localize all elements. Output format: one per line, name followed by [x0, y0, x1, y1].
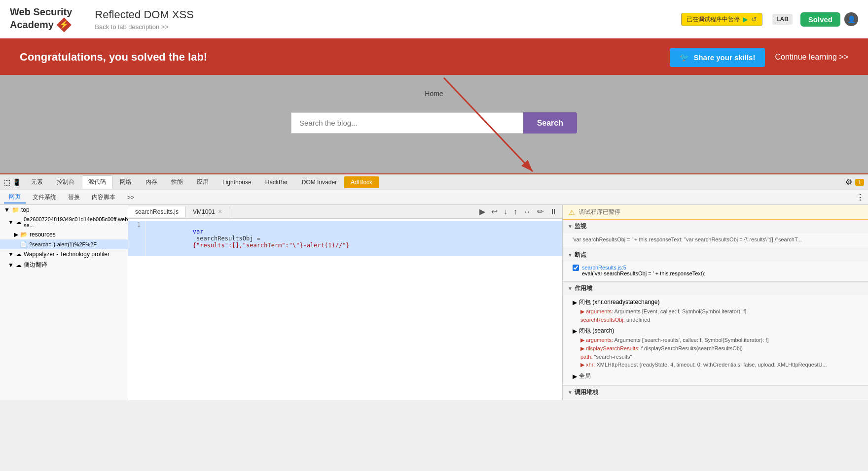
tab-performance[interactable]: 性能	[165, 175, 189, 189]
watch-title: 监视	[575, 222, 586, 231]
folder-icon-2: 📂	[20, 231, 28, 238]
step-over-btn[interactable]: ↩	[490, 206, 499, 217]
resume-btn[interactable]: ▶	[478, 206, 486, 217]
call-stack-expand-icon: ▼	[568, 390, 573, 395]
tree-item-wappalyzer[interactable]: ▼ ☁ Wappalyzer - Technology profiler	[0, 249, 128, 259]
subtab-more[interactable]: >>	[122, 193, 139, 202]
tree-item-resources[interactable]: ▶ 📂 resources	[0, 230, 128, 239]
path-line: path: "search-results"	[580, 353, 862, 361]
call-stack-title: 调用堆栈	[575, 388, 598, 397]
notification-badge: 1	[855, 179, 864, 186]
more-options-icon[interactable]: ⋮	[856, 193, 864, 202]
step-btn[interactable]: ↔	[522, 206, 532, 217]
breakpoint-checkbox[interactable]	[573, 265, 579, 271]
search-args-line: ▶ arguments: Arguments ['search-results'…	[580, 336, 862, 344]
lab-title: Reflected DOM XSS	[95, 8, 681, 21]
tab-dominvader[interactable]: DOM Invader	[295, 176, 343, 188]
tab-hackbar[interactable]: HackBar	[259, 176, 294, 188]
scope-title: 作用域	[575, 284, 592, 293]
closure-onready-header[interactable]: ▶ 闭包 (xhr.onreadystatechange)	[573, 297, 862, 307]
close-tab-icon[interactable]: ✕	[218, 209, 222, 214]
breakpoint-location: searchResults.js:5	[582, 265, 706, 270]
devtools-subtabbar: 网页 文件系统 替换 内容脚本 >> ⋮	[0, 190, 868, 205]
scope-body: ▶ 闭包 (xhr.onreadystatechange) ▶ argument…	[563, 295, 868, 385]
pause-on-exceptions-btn[interactable]: ⏸	[548, 206, 558, 217]
call-stack-section: ▼ 调用堆栈 ● (匿名) VM1 xhr.onreadystatechange…	[563, 386, 868, 400]
breakpoints-expand-icon: ▼	[568, 252, 573, 258]
search-button[interactable]: Search	[523, 112, 577, 134]
global-expand-icon: ▶	[573, 373, 577, 380]
expand-icon: ▶	[14, 231, 18, 238]
logo-line1: Web Security	[10, 6, 72, 18]
closure-search-body: ▶ arguments: Arguments ['search-results'…	[573, 336, 862, 369]
solved-badge: Solved	[800, 12, 840, 27]
deactivate-breakpoints-btn[interactable]: ✏	[536, 206, 544, 217]
source-toolbar: ▶ ↩ ↓ ↑ ↔ ✏ ⏸	[474, 205, 562, 218]
settings-icon[interactable]: ⚙	[845, 177, 852, 187]
step-out-btn[interactable]: ↑	[512, 206, 518, 217]
watch-header[interactable]: ▼ 监视	[563, 220, 868, 233]
back-to-description-link[interactable]: Back to lab description >>	[95, 23, 169, 31]
share-skills-button[interactable]: 🐦 Share your skills!	[670, 48, 765, 67]
tab-sources[interactable]: 源代码	[82, 175, 112, 189]
tab-elements[interactable]: 元素	[25, 175, 49, 189]
cloud-icon-3: ☁	[16, 262, 22, 269]
refresh-icon[interactable]: ↺	[751, 15, 757, 23]
step-into-btn[interactable]: ↓	[503, 206, 508, 217]
source-panel: searchResults.js VM1001 ✕ ▶ ↩ ↓ ↑ ↔ ✏ ⏸	[128, 205, 562, 400]
tab-lighthouse[interactable]: Lighthouse	[216, 176, 258, 188]
watch-value: 'var searchResultsObj = ' + this.respons…	[573, 236, 802, 242]
play-icon[interactable]: ▶	[743, 15, 748, 23]
tree-item-domain[interactable]: ▼ ☁ 0a26007204819349c01d14eb005c00ff.web…	[0, 215, 128, 230]
breakpoints-title: 断点	[575, 251, 586, 259]
watch-expand-icon: ▼	[568, 224, 573, 229]
scope-expand-icon: ▼	[568, 286, 573, 291]
call-stack-header[interactable]: ▼ 调用堆栈	[563, 386, 868, 399]
display-search-line: ▶ displaySearchResults: f displaySearchR…	[580, 344, 862, 353]
continue-learning-link[interactable]: Continue learning >>	[775, 53, 848, 62]
subtab-replace[interactable]: 替换	[63, 192, 85, 203]
file-tree-panel: ▼ 📁 top ▼ ☁ 0a26007204819349c01d14eb005c…	[0, 205, 128, 400]
watch-item: 'var searchResultsObj = ' + this.respons…	[573, 235, 862, 244]
subtab-filesystem[interactable]: 文件系统	[28, 192, 61, 203]
banner-actions: 🐦 Share your skills! Continue learning >…	[670, 48, 848, 67]
logo: Web Security Academy ⚡	[10, 6, 72, 33]
tab-console[interactable]: 控制台	[50, 175, 81, 189]
code-line-1: 1 var searchResultsObj = {"results":[],"…	[128, 221, 562, 256]
tree-item-top[interactable]: ▼ 📁 top	[0, 205, 128, 215]
devtools-panel: ⬚ 📱 元素 控制台 源代码 网络 内存 性能 应用 Lighthouse Ha…	[0, 173, 868, 400]
scope-header[interactable]: ▼ 作用域	[563, 282, 868, 295]
source-tab-vm1001[interactable]: VM1001 ✕	[186, 206, 229, 217]
breakpoints-header[interactable]: ▼ 断点	[563, 248, 868, 262]
breakpoints-body: searchResults.js:5 eval('var searchResul…	[563, 262, 868, 281]
scope-section: ▼ 作用域 ▶ 闭包 (xhr.onreadystatechange) ▶ ar…	[563, 282, 868, 386]
tree-item-translate[interactable]: ▼ ☁ 侧边翻译	[0, 259, 128, 270]
device-icon[interactable]: 📱	[12, 178, 21, 186]
breakpoint-code: eval('var searchResultsObj = ' + this.re…	[582, 270, 706, 276]
logo-line2: Academy	[10, 19, 54, 31]
solved-text: Solved	[808, 15, 832, 24]
search-input[interactable]	[291, 112, 523, 134]
lab-info: Reflected DOM XSS Back to lab descriptio…	[95, 8, 681, 31]
closure-search-header[interactable]: ▶ 闭包 (search)	[573, 326, 862, 336]
top-bar: Web Security Academy ⚡ Reflected DOM XSS…	[0, 0, 868, 39]
call-stack-body: ● (匿名) VM1 xhr.onreadystatechange search…	[563, 399, 868, 400]
tab-memory[interactable]: 内存	[139, 175, 164, 189]
tab-adblock[interactable]: AdBlock	[344, 176, 379, 188]
cloud-icon: ☁	[16, 219, 22, 226]
devtools-icons-left: ⬚ 📱	[4, 178, 21, 186]
tab-network[interactable]: 网络	[113, 175, 138, 189]
lab-badge: LAB	[772, 14, 793, 25]
folder-icon: 📁	[12, 206, 19, 213]
source-tab-searchresults[interactable]: searchResults.js	[128, 206, 186, 217]
collapse-icon-3: ▼	[8, 262, 14, 269]
debug-paused-warning: ⚠ 调试程序已暂停	[563, 205, 868, 220]
home-nav-link[interactable]: Home	[425, 90, 443, 98]
tab-application[interactable]: 应用	[190, 175, 215, 189]
breakpoints-section: ▼ 断点 searchResults.js:5 eval('var search…	[563, 248, 868, 282]
global-header[interactable]: ▶ 全局	[573, 371, 862, 381]
tree-item-search-file[interactable]: 📄 ?search="}-alert(1)%2F%2F	[0, 239, 128, 249]
subtab-webpage[interactable]: 网页	[4, 191, 26, 203]
subtab-content-scripts[interactable]: 内容脚本	[87, 192, 120, 203]
inspect-icon[interactable]: ⬚	[4, 178, 10, 186]
